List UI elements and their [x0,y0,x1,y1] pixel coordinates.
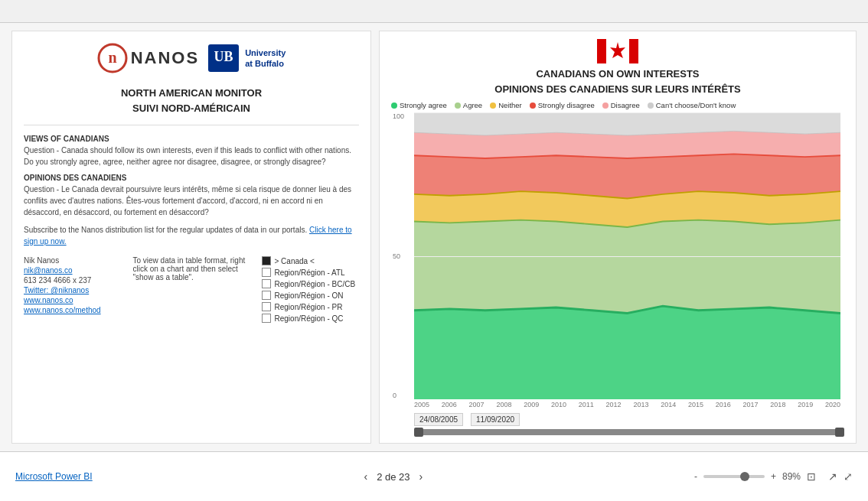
x-label-2014: 2014 [661,401,676,408]
legend-label-0: Strongly agree [400,101,447,109]
chart-title-line2: OPINIONS DES CANADIENS SUR LEURS INTÉRÊT… [494,83,740,95]
legend-item-2: Neither [490,101,522,109]
legend-label-5: Can't choose/Don't know [656,101,736,109]
bottom-info: Nik Nanos nik@nanos.co 613 234 4666 x 23… [24,256,359,323]
next-page-button[interactable]: › [419,470,423,483]
zoom-plus[interactable]: + [771,471,776,482]
chart-container: 100 50 0 [391,112,844,435]
slider-thumb-right[interactable] [835,428,844,437]
y-axis: 100 50 0 [393,112,404,399]
opinions-title: OPINIONS DES CANADIENS [24,174,359,182]
svg-marker-8 [414,112,840,135]
region-checkbox-3[interactable] [262,291,271,300]
legend-item-5: Can't choose/Don't know [648,101,736,109]
contact-email[interactable]: nik@nanos.co [24,266,122,275]
contact-web2[interactable]: www.nanos.co/method [24,306,122,314]
legend-item-3: Strongly disagree [530,101,595,109]
region-item-1[interactable]: Region/Région - ATL [262,268,360,277]
region-checkbox-1[interactable] [262,268,271,277]
contact-twitter[interactable]: Twitter: @niknanos [24,286,122,294]
y-label-100: 100 [393,112,404,120]
region-item-0[interactable]: > Canada < [262,256,360,265]
date-end[interactable]: 11/09/2020 [471,413,520,426]
slider-thumb-left[interactable] [414,428,423,437]
right-panel: CANADIANS ON OWN INTERESTS OPINIONS DES … [379,31,857,444]
zoom-minus[interactable]: - [694,471,697,482]
subscribe-text: Subscribe to the Nanos distribution list… [24,226,307,234]
views-section: VIEWS OF CANADIANS Question - Canada sho… [24,135,359,168]
x-label-2011: 2011 [579,401,594,408]
region-label-1: Region/Région - ATL [275,268,345,277]
x-label-2007: 2007 [469,401,485,408]
x-label-2006: 2006 [442,401,457,408]
x-label-2012: 2012 [606,401,622,408]
x-label-2010: 2010 [551,401,566,408]
page-label: 2 de 23 [377,471,410,483]
svg-text:UB: UB [214,49,233,64]
bottom-bar: Microsoft Power BI ‹ 2 de 23 › - + 89% ⊡… [0,451,868,501]
legend-label-1: Agree [463,101,482,109]
x-label-2009: 2009 [524,401,539,408]
y-label-50: 50 [393,252,404,260]
date-start[interactable]: 24/08/2005 [414,413,463,426]
region-checkbox-2[interactable] [262,279,271,288]
opinions-section: OPINIONS DES CANADIENS Question - Le Can… [24,174,359,218]
legend-dot-4 [602,102,609,109]
views-text: Question - Canada should follow its own … [24,145,359,168]
top-bar [0,0,868,23]
x-axis: 2005200620072008200920102011201220132014… [414,401,844,408]
region-label-0: > Canada < [275,257,315,265]
x-label-2005: 2005 [414,401,429,408]
x-label-2016: 2016 [716,401,731,408]
region-item-4[interactable]: Region/Région - PR [262,302,360,311]
date-row: 24/08/2005 11/09/2020 [414,413,844,426]
legend-item-0: Strongly agree [391,101,447,109]
views-title: VIEWS OF CANADIANS [24,135,359,143]
legend-dot-5 [648,102,654,109]
fit-screen-icon[interactable]: ⊡ [807,470,816,483]
legend-dot-1 [455,102,461,109]
x-label-2013: 2013 [633,401,648,408]
zoom-row: - + 89% ⊡ ↗ ⤢ [694,470,853,483]
region-item-3[interactable]: Region/Région - ON [262,291,360,300]
fullscreen-icon[interactable]: ⤢ [844,470,853,483]
zoom-slider[interactable] [703,475,765,478]
region-item-5[interactable]: Region/Région - QC [262,314,360,323]
legend-item-4: Disagree [602,101,640,109]
title-line2: SUIVI NORD-AMÉRICAIN [132,102,250,114]
contact-web1[interactable]: www.nanos.co [24,296,122,304]
x-label-2019: 2019 [798,401,813,408]
region-checkbox-4[interactable] [262,302,271,311]
chart-title: CANADIANS ON OWN INTERESTS OPINIONS DES … [391,67,844,96]
prev-page-button[interactable]: ‹ [364,470,367,483]
powerbi-link[interactable]: Microsoft Power BI [15,471,93,482]
region-label-4: Region/Région - PR [275,303,343,311]
x-label-2015: 2015 [688,401,703,408]
svg-rect-6 [629,39,638,63]
date-slider[interactable] [414,429,844,435]
contact-col: Nik Nanos nik@nanos.co 613 234 4666 x 23… [24,256,122,323]
share-icon[interactable]: ↗ [828,470,837,483]
region-checkbox-5[interactable] [262,314,271,323]
nanos-logo: n NANOS [97,43,199,73]
subscribe-section: Subscribe to the Nanos distribution list… [24,224,359,247]
legend-item-1: Agree [455,101,482,109]
legend-label-3: Strongly disagree [538,101,595,109]
x-label-2017: 2017 [743,401,759,408]
table-instruction: To view data in table format, right clic… [133,256,250,323]
ub-text: University at Buffalo [245,47,286,70]
legend-dot-2 [490,102,496,109]
logo-row: n NANOS UB University at Buffalo [24,43,359,80]
svg-text:n: n [108,49,116,66]
legend-label-4: Disagree [611,101,640,109]
gridline-mid [414,256,840,257]
nanos-text: NANOS [131,48,199,68]
region-item-2[interactable]: Region/Région - BC/CB [262,279,360,288]
pagination: ‹ 2 de 23 › [364,470,423,483]
region-checkbox-0[interactable] [262,256,271,265]
slider-track[interactable] [414,429,844,435]
chart-title-line1: CANADIANS ON OWN INTERESTS [536,68,699,80]
gridline-top [414,112,840,113]
title-block: NORTH AMERICAN MONITORSUIVI NORD-AMÉRICA… [24,86,359,115]
zoom-thumb[interactable] [740,472,749,481]
